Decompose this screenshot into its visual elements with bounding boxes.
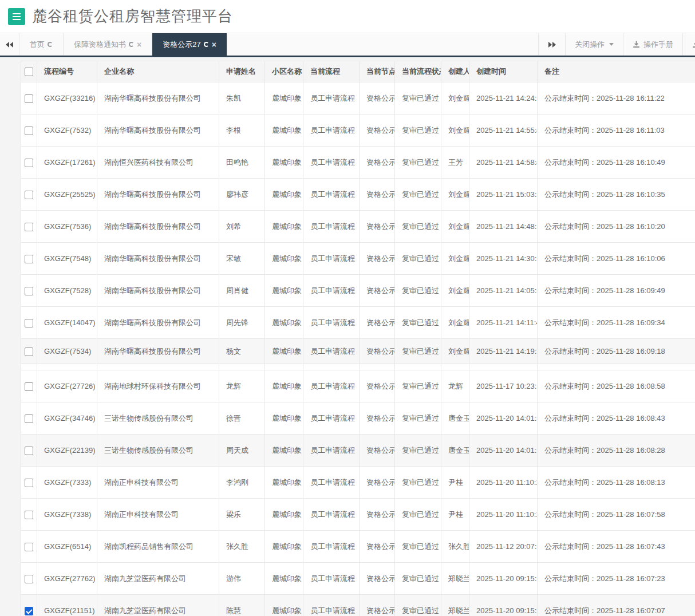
- refresh-icon[interactable]: [204, 42, 209, 47]
- row-select-cell: [21, 179, 37, 211]
- table-row[interactable]: GXGZF(7548)湖南华曙高科技股份有限公司宋敏麓城印象员工申请流程资格公示…: [21, 243, 695, 275]
- cell-process-no: GXGZF(27762): [37, 563, 97, 595]
- row-checkbox[interactable]: [25, 382, 33, 391]
- tab-qualification-publicity[interactable]: 资格公示27 ×: [152, 33, 227, 56]
- table-row[interactable]: GXGZF(27726)湖南地球村环保科技有限公司龙辉麓城印象员工申请流程资格公…: [21, 370, 695, 402]
- cell-community: 麓城印象: [265, 243, 303, 275]
- row-checkbox[interactable]: [25, 159, 33, 167]
- row-checkbox[interactable]: [25, 287, 33, 295]
- cell-company: 湖南华曙高科技股份有限公司: [97, 307, 219, 339]
- cell-creator: 刘金耀: [441, 275, 469, 307]
- table-row[interactable]: GXGZF(33216)湖南华曙高科技股份有限公司朱凯麓城印象员工申请流程资格公…: [21, 82, 695, 114]
- row-checkbox[interactable]: [25, 223, 33, 231]
- cell-status: 复审已通过: [395, 114, 441, 147]
- refresh-icon[interactable]: [129, 42, 134, 47]
- table-row[interactable]: GXGZF(14047)湖南华曙高科技股份有限公司周先锋麓城印象员工申请流程资格…: [21, 307, 695, 339]
- col-header-status: 当前流程状态: [395, 61, 441, 82]
- cell-company: 湖南凯程药品销售有限公司: [97, 531, 219, 563]
- cell-created: 2025-11-20 11:10:11: [469, 499, 538, 531]
- hamburger-icon: [13, 13, 21, 14]
- close-icon[interactable]: ×: [212, 41, 216, 49]
- row-select-cell: [21, 339, 37, 364]
- row-checkbox[interactable]: [25, 543, 33, 551]
- row-checkbox[interactable]: [25, 255, 33, 263]
- row-checkbox[interactable]: [25, 127, 33, 135]
- tab-notice[interactable]: 保障资格通知书 ×: [64, 33, 152, 56]
- cell-creator: 刘金耀: [441, 243, 469, 275]
- table-row[interactable]: GXGZF(17261)湖南恒兴医药科技有限公司田鸣艳麓城印象员工申请流程资格公…: [21, 147, 695, 179]
- table-row[interactable]: GXGZF(7333)湖南正申科技有限公司李鸿刚麓城印象员工申请流程资格公示复审…: [21, 467, 695, 499]
- row-checkbox[interactable]: [25, 479, 33, 487]
- row-checkbox[interactable]: [25, 447, 33, 455]
- cell-remark: 公示结束时间：2025-11-28 16:10:49: [538, 147, 695, 179]
- cell-process: 员工申请流程: [303, 179, 360, 211]
- table-row[interactable]: GXGZF(22139)三诺生物传感股份有限公司周天成麓城印象员工申请流程资格公…: [21, 435, 695, 467]
- cell-community: 麓城印象: [265, 402, 303, 435]
- cell-applicant: 周肖健: [219, 275, 265, 307]
- cell-status: 复审已通过: [395, 402, 441, 435]
- row-checkbox[interactable]: [25, 607, 33, 615]
- tab-bar: 首页 保障资格通知书 × 资格公示27 × 关闭操作 操作手册: [0, 33, 695, 56]
- cell-company: 湖南正申科技有限公司: [97, 499, 219, 531]
- cell-process: 员工申请流程: [303, 467, 360, 499]
- row-checkbox[interactable]: [25, 511, 33, 519]
- cell-community: 麓城印象: [265, 595, 303, 616]
- table-row[interactable]: GXGZF(34746)三诺生物传感股份有限公司徐晋麓城印象员工申请流程资格公示…: [21, 402, 695, 435]
- top-header: 麓谷租赁公租房智慧管理平台: [0, 0, 695, 33]
- cell-creator: 郑晓兰: [441, 563, 469, 595]
- row-select-cell: [21, 531, 37, 563]
- table-row[interactable]: GXGZF(7338)湖南正申科技有限公司梁乐麓城印象员工申请流程资格公示复审已…: [21, 499, 695, 531]
- table-seam-row: [21, 364, 695, 370]
- select-all-checkbox[interactable]: [25, 68, 33, 76]
- row-checkbox[interactable]: [25, 414, 33, 423]
- download-button-clipped[interactable]: [682, 33, 695, 56]
- table-row[interactable]: GXGZF(25525)湖南华曙高科技股份有限公司廖祎彦麓城印象员工申请流程资格…: [21, 179, 695, 211]
- cell-node: 资格公示: [360, 595, 395, 616]
- refresh-icon[interactable]: [48, 42, 53, 47]
- cell-remark: 公示结束时间：2025-11-28 16:09:18: [538, 339, 695, 364]
- tab-home[interactable]: 首页: [19, 33, 64, 56]
- row-checkbox[interactable]: [25, 319, 33, 327]
- cell-creator: 刘金耀: [441, 307, 469, 339]
- row-checkbox[interactable]: [25, 191, 33, 199]
- cell-node: 资格公示: [360, 307, 395, 339]
- table-row[interactable]: GXGZF(7532)湖南华曙高科技股份有限公司李根麓城印象员工申请流程资格公示…: [21, 114, 695, 147]
- cell-node: 资格公示: [360, 563, 395, 595]
- table-row[interactable]: GXGZF(7534)湖南华曙高科技股份有限公司杨文麓城印象员工申请流程资格公示…: [21, 339, 695, 364]
- cell-company: 三诺生物传感股份有限公司: [97, 435, 219, 467]
- table-row[interactable]: GXGZF(7536)湖南华曙高科技股份有限公司刘希麓城印象员工申请流程资格公示…: [21, 211, 695, 243]
- row-select-cell: [21, 563, 37, 595]
- cell-status: 复审已通过: [395, 275, 441, 307]
- menu-toggle-button[interactable]: [8, 8, 25, 25]
- cell-process: 员工申请流程: [303, 339, 360, 364]
- row-checkbox[interactable]: [25, 575, 33, 583]
- cell-applicant: 龙辉: [219, 370, 265, 402]
- close-operations-dropdown[interactable]: 关闭操作: [565, 33, 623, 56]
- col-header-creator: 创建人: [441, 61, 469, 82]
- tabs-scroll-right-button[interactable]: [538, 33, 565, 56]
- cell-process: 员工申请流程: [303, 275, 360, 307]
- cell-created: 2025-11-21 14:05:51: [469, 275, 538, 307]
- tabs-scroll-left-button[interactable]: [0, 33, 19, 56]
- col-header-process: 当前流程: [303, 61, 360, 82]
- cell-created: 2025-11-20 09:15:51: [469, 595, 538, 616]
- cell-company: 湖南正申科技有限公司: [97, 467, 219, 499]
- row-checkbox[interactable]: [25, 348, 33, 356]
- table-row[interactable]: GXGZF(21151)湖南九芝堂医药有限公司陈慧麓城印象员工申请流程资格公示复…: [21, 595, 695, 616]
- cell-remark: 公示结束时间：2025-11-28 16:08:43: [538, 402, 695, 435]
- cell-status: 复审已通过: [395, 307, 441, 339]
- cell-process: 员工申请流程: [303, 211, 360, 243]
- cell-process-no: GXGZF(7534): [37, 339, 97, 364]
- table-row[interactable]: GXGZF(27762)湖南九芝堂医药有限公司游伟麓城印象员工申请流程资格公示复…: [21, 563, 695, 595]
- cell-community: 麓城印象: [265, 179, 303, 211]
- table-row[interactable]: GXGZF(6514)湖南凯程药品销售有限公司张久胜麓城印象员工申请流程资格公示…: [21, 531, 695, 563]
- row-select-cell: [21, 114, 37, 147]
- operation-manual-button[interactable]: 操作手册: [623, 33, 682, 56]
- table-row[interactable]: GXGZF(7528)湖南华曙高科技股份有限公司周肖健麓城印象员工申请流程资格公…: [21, 275, 695, 307]
- cell-applicant: 徐晋: [219, 402, 265, 435]
- row-checkbox[interactable]: [25, 94, 33, 103]
- close-icon[interactable]: ×: [137, 41, 141, 49]
- cell-applicant: 朱凯: [219, 82, 265, 114]
- cell-creator: 唐金玉: [441, 402, 469, 435]
- cell-status: 复审已通过: [395, 595, 441, 616]
